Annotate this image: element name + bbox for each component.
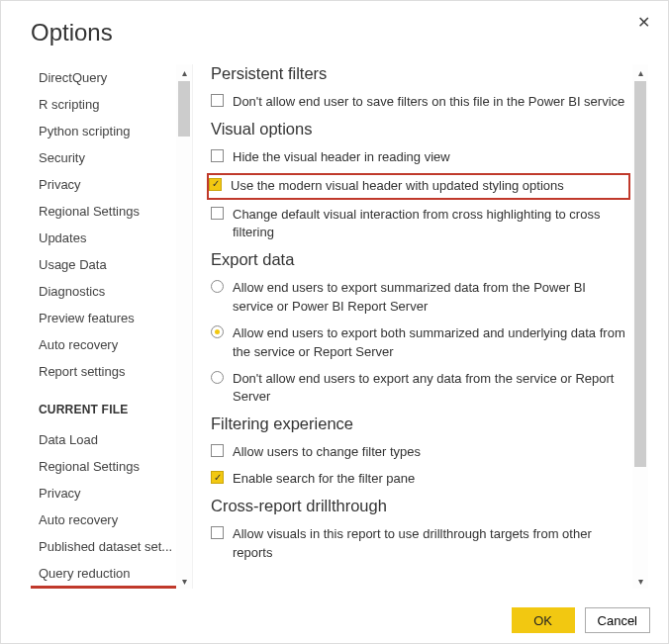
radio[interactable] xyxy=(211,325,224,338)
option-label: Allow end users to export summarized dat… xyxy=(233,279,628,317)
sidebar-item[interactable]: Regional Settings xyxy=(31,198,192,225)
sidebar-item[interactable]: Updates xyxy=(31,225,192,251)
sidebar-item[interactable]: Diagnostics xyxy=(31,278,192,305)
page-title: Options xyxy=(31,19,648,46)
option-label: Don't allow end user to save filters on … xyxy=(233,93,628,112)
sidebar-item[interactable]: Report settings xyxy=(31,587,192,589)
section-title: Cross-report drillthrough xyxy=(211,497,628,515)
checkbox[interactable] xyxy=(209,178,222,191)
content-pane: Persistent filtersDon't allow end user t… xyxy=(193,64,648,589)
sidebar-item[interactable]: Data Load xyxy=(31,426,192,453)
sidebar-item[interactable]: DirectQuery xyxy=(31,64,192,91)
scroll-down-icon[interactable]: ▾ xyxy=(632,573,648,589)
sidebar-item[interactable]: Usage Data xyxy=(31,251,192,278)
sidebar-scrollbar[interactable]: ▴ ▾ xyxy=(176,64,192,589)
checkbox[interactable] xyxy=(211,207,224,220)
checkbox[interactable] xyxy=(211,149,224,162)
sidebar-item[interactable]: Published dataset set... xyxy=(31,533,192,560)
sidebar: DirectQueryR scriptingPython scriptingSe… xyxy=(31,64,193,589)
section-title: Export data xyxy=(211,250,628,269)
option-label: Allow users to change filter types xyxy=(233,443,628,462)
option-row: Allow users to change filter types xyxy=(211,443,628,462)
option-row: Enable search for the filter pane xyxy=(211,470,628,489)
option-label: Use the modern visual header with update… xyxy=(231,177,624,196)
scroll-thumb[interactable] xyxy=(178,81,190,137)
checkbox[interactable] xyxy=(211,94,224,107)
sidebar-item[interactable]: Auto recovery xyxy=(31,506,192,533)
scroll-thumb[interactable] xyxy=(634,81,646,467)
option-row: Allow end users to export both summarize… xyxy=(211,324,628,362)
sidebar-item[interactable]: Query reduction xyxy=(31,560,192,587)
option-label: Enable search for the filter pane xyxy=(233,470,628,489)
content-scrollbar[interactable]: ▴ ▾ xyxy=(632,64,648,589)
sidebar-item[interactable]: Security xyxy=(31,144,192,171)
section-title: Filtering experience xyxy=(211,414,628,433)
radio[interactable] xyxy=(211,371,224,384)
option-label: Change default visual interaction from c… xyxy=(233,206,628,243)
section-title: Persistent filters xyxy=(211,64,628,83)
option-row: Don't allow end users to export any data… xyxy=(211,370,628,408)
checkbox[interactable] xyxy=(211,444,224,457)
dialog-footer: OK Cancel xyxy=(512,607,650,633)
current-file-header: CURRENT FILE xyxy=(31,385,192,426)
sidebar-item[interactable]: R scripting xyxy=(31,91,192,118)
sidebar-item[interactable]: Report settings xyxy=(31,358,192,385)
option-row: Allow end users to export summarized dat… xyxy=(211,279,628,317)
scroll-down-icon[interactable]: ▾ xyxy=(176,573,192,589)
option-label: Allow end users to export both summarize… xyxy=(233,324,628,362)
option-row: Allow visuals in this report to use dril… xyxy=(211,525,628,563)
option-row: Don't allow end user to save filters on … xyxy=(211,93,628,112)
sidebar-item[interactable]: Preview features xyxy=(31,305,192,331)
sidebar-item[interactable]: Auto recovery xyxy=(31,331,192,358)
checkbox[interactable] xyxy=(211,526,224,539)
option-row: Change default visual interaction from c… xyxy=(211,206,628,243)
option-row: Use the modern visual header with update… xyxy=(209,175,628,198)
sidebar-item[interactable]: Privacy xyxy=(31,480,192,506)
option-row: Hide the visual header in reading view xyxy=(211,148,628,167)
scroll-up-icon[interactable]: ▴ xyxy=(632,64,648,80)
sidebar-item[interactable]: Privacy xyxy=(31,171,192,198)
sidebar-item[interactable]: Regional Settings xyxy=(31,453,192,480)
dialog-body: DirectQueryR scriptingPython scriptingSe… xyxy=(31,64,648,589)
sidebar-item[interactable]: Python scripting xyxy=(31,118,192,144)
close-icon[interactable]: ✕ xyxy=(637,13,650,32)
section-title: Visual options xyxy=(211,120,628,138)
option-label: Allow visuals in this report to use dril… xyxy=(233,525,628,563)
option-label: Hide the visual header in reading view xyxy=(233,148,628,167)
checkbox[interactable] xyxy=(211,471,224,484)
cancel-button[interactable]: Cancel xyxy=(585,607,650,633)
radio[interactable] xyxy=(211,280,224,293)
ok-button[interactable]: OK xyxy=(512,607,575,633)
sidebar-scroll: DirectQueryR scriptingPython scriptingSe… xyxy=(31,64,192,589)
scroll-up-icon[interactable]: ▴ xyxy=(176,64,192,80)
option-label: Don't allow end users to export any data… xyxy=(233,370,628,408)
